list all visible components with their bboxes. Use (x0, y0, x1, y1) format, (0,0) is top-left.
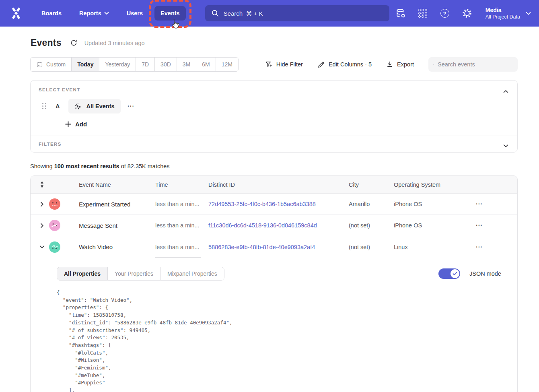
date-range-custom-label: Custom (46, 61, 66, 68)
global-search-input[interactable] (224, 10, 383, 17)
page-title: Events (31, 37, 62, 48)
search-icon (212, 10, 219, 17)
expand-row-icon[interactable] (31, 223, 49, 228)
search-events-input[interactable] (438, 61, 513, 68)
time-cell: less than a min... (148, 201, 201, 207)
event-name-cell[interactable]: Message Sent (72, 222, 148, 229)
select-event-section: SELECT EVENT A All Events (31, 80, 517, 136)
mixpanel-logo-icon[interactable] (9, 6, 23, 21)
global-search[interactable] (205, 5, 389, 21)
pencil-icon (317, 61, 325, 68)
expand-filters-icon[interactable] (502, 140, 510, 151)
table-header-row: Event Name Time Distinct ID City Operati… (31, 176, 517, 194)
expand-row-icon[interactable] (31, 202, 49, 207)
date-range-30d[interactable]: 30D (155, 58, 177, 71)
data-management-icon[interactable] (395, 8, 406, 19)
export-label: Export (397, 61, 414, 68)
event-json-view: { "event": "Watch Video", "properties": … (57, 289, 509, 392)
toggle-knob (451, 269, 459, 278)
event-clause-row: A All Events ••• (39, 99, 509, 113)
tab-all-properties[interactable]: All Properties (57, 267, 108, 280)
table-row: Experiment Started less than a min... 72… (31, 194, 517, 215)
json-mode-toggle[interactable] (438, 268, 460, 279)
city-cell: (not set) (342, 222, 387, 229)
results-highlight: 100 most recent results (54, 163, 119, 169)
collapse-section-icon[interactable] (502, 86, 510, 97)
column-header-os[interactable]: Operating System (387, 182, 442, 188)
tab-mixpanel-properties[interactable]: Mixpanel Properties (160, 267, 224, 280)
add-label: Add (75, 121, 87, 128)
edit-columns-button[interactable]: Edit Columns · 5 (317, 61, 372, 68)
settings-gear-icon[interactable] (462, 8, 472, 19)
city-cell: (not set) (342, 244, 387, 250)
export-button[interactable]: Export (386, 61, 414, 68)
column-header-distinct-id[interactable]: Distinct ID (201, 182, 342, 188)
row-actions-button[interactable]: ••• (442, 202, 517, 206)
column-header-city[interactable]: City (342, 182, 387, 188)
events-table: Event Name Time Distinct ID City Operati… (30, 175, 518, 392)
event-avatar (49, 198, 60, 210)
results-suffix: of 82.35K matches (119, 163, 170, 169)
page-header: Events Updated 3 minutes ago (30, 37, 518, 48)
event-avatar (49, 220, 60, 231)
nav-item-boards[interactable]: Boards (35, 6, 68, 21)
help-icon[interactable]: ? (440, 8, 450, 19)
column-header-event-name[interactable]: Event Name (72, 182, 148, 188)
city-cell: Amarillo (342, 201, 387, 207)
primary-nav: Boards Reports Users Events (35, 6, 186, 21)
filters-label: FILTERS (39, 142, 509, 146)
date-range-yesterday[interactable]: Yesterday (99, 58, 136, 71)
drag-handle[interactable] (42, 103, 47, 109)
project-name: Media (486, 6, 520, 14)
nav-item-events[interactable]: Events (154, 6, 186, 21)
event-name-cell[interactable]: Experiment Started (72, 201, 148, 208)
project-switcher[interactable]: Media All Project Data (486, 6, 531, 20)
clause-letter: A (56, 103, 60, 109)
project-scope: All Project Data (486, 14, 520, 20)
event-avatar (49, 241, 60, 253)
row-actions-button[interactable]: ••• (442, 223, 517, 227)
apps-grid-icon[interactable] (418, 8, 428, 19)
date-range-12m[interactable]: 12M (216, 58, 238, 71)
plus-icon (65, 121, 71, 127)
os-cell: iPhone OS (387, 201, 442, 207)
json-mode-label: JSON mode (469, 270, 501, 277)
controls-row: Custom Today Yesterday 7D 30D 3M 6M 12M … (30, 57, 518, 72)
sparkle-cursor-icon (74, 103, 82, 110)
collapse-row-icon[interactable] (31, 245, 49, 249)
os-cell: iPhone OS (387, 222, 442, 229)
hide-filter-label: Hide Filter (276, 61, 303, 68)
event-selector-button[interactable]: All Events (68, 99, 120, 113)
chevron-down-icon (104, 12, 109, 15)
nav-item-users[interactable]: Users (121, 6, 149, 21)
results-summary: Showing 100 most recent results of 82.35… (30, 163, 518, 169)
add-event-button[interactable]: Add (65, 121, 509, 128)
date-range-3m[interactable]: 3M (177, 58, 196, 71)
detail-header: All Properties Your Properties Mixpanel … (57, 267, 509, 281)
row-actions-button[interactable]: ••• (442, 245, 517, 249)
nav-item-reports[interactable]: Reports (73, 6, 115, 21)
select-event-label: SELECT EVENT (39, 87, 509, 92)
results-prefix: Showing (30, 163, 54, 169)
table-row-expanded: Watch Video less than a min... 5886283e-… (31, 236, 517, 258)
column-header-time[interactable]: Time (148, 182, 201, 188)
search-events-box[interactable] (428, 57, 518, 72)
json-mode-control: JSON mode (438, 268, 509, 279)
distinct-id-link[interactable]: 72d49553-25fc-4f0c-b436-1b5ac6ab3388 (201, 201, 342, 207)
distinct-id-link[interactable]: f11c30d6-dc6d-4518-9136-0d046159c84d (201, 222, 342, 229)
date-range-6m[interactable]: 6M (196, 58, 216, 71)
distinct-id-link[interactable]: 5886283e-e9fb-48fb-81de-40e9093a2af4 (201, 244, 342, 250)
refresh-icon[interactable] (70, 39, 78, 47)
event-clause-more-button[interactable]: ••• (128, 104, 135, 108)
tab-your-properties[interactable]: Your Properties (108, 267, 160, 280)
event-detail-panel: All Properties Your Properties Mixpanel … (31, 258, 517, 392)
event-name-cell[interactable]: Watch Video (72, 243, 148, 250)
properties-tabs: All Properties Your Properties Mixpanel … (57, 267, 224, 281)
date-range-custom[interactable]: Custom (31, 58, 72, 71)
date-range-7d[interactable]: 7D (136, 58, 155, 71)
table-toolbar: Hide Filter Edit Columns · 5 Export (265, 57, 518, 72)
hide-filter-button[interactable]: Hide Filter (265, 61, 303, 68)
date-range-today[interactable]: Today (72, 58, 99, 71)
sort-rows-icon[interactable] (31, 181, 49, 189)
chevron-down-icon (526, 12, 531, 15)
